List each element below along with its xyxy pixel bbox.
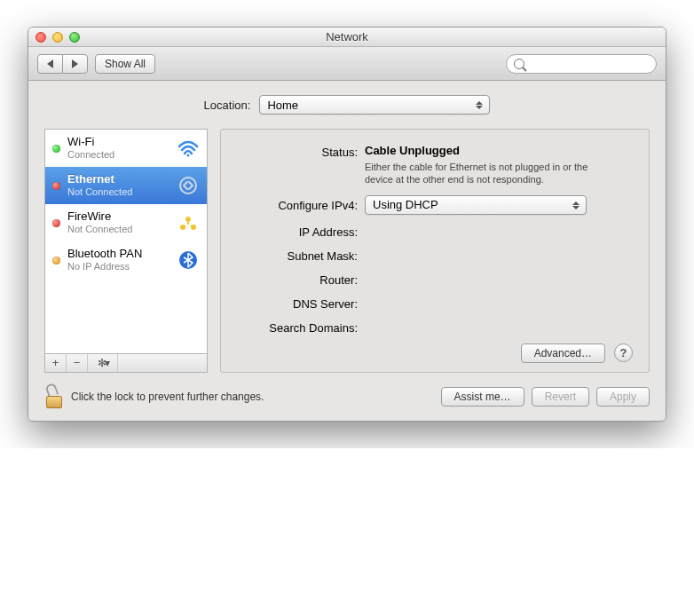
configure-ipv4-value: Using DHCP [373,198,438,211]
subnet-mask-label: Subnet Mask: [232,248,365,263]
sidebar-item-status: Not Connected [67,186,177,198]
location-value: Home [267,99,298,112]
configure-ipv4-label: Configure IPv4: [232,197,365,212]
assist-me-button[interactable]: Assist me… [441,387,524,407]
back-icon [47,59,53,68]
location-popup[interactable]: Home [259,95,490,115]
gear-icon: ✻▾ [98,357,108,369]
router-label: Router: [232,272,365,287]
lock-body-icon [46,396,62,408]
back-button[interactable] [37,54,63,74]
forward-button[interactable] [62,54,88,74]
lock-button[interactable] [44,385,64,408]
status-message: Either the cable for Ethernet is not plu… [365,161,613,186]
sidebar-item-label: Ethernet [67,173,177,186]
status-dot-red-icon [52,182,60,190]
sidebar-item-bluetooth-pan[interactable]: Bluetooth PAN No IP Address [45,241,207,279]
bluetooth-icon [177,249,200,272]
help-button[interactable]: ? [614,344,633,362]
lock-text: Click the lock to prevent further change… [71,391,264,403]
dns-server-label: DNS Server: [232,296,365,311]
search-icon [514,59,524,69]
updown-icon [570,199,582,212]
add-service-button[interactable]: + [45,354,67,372]
ethernet-icon [177,174,200,197]
sidebar-item-status: Not Connected [67,224,177,235]
sidebar-toolbar: + − ✻▾ [44,353,208,373]
status-label: Status: [232,144,365,159]
svg-point-0 [187,154,190,157]
sidebar-item-status: Connected [67,149,177,161]
search-field[interactable] [506,54,657,74]
status-dot-orange-icon [52,257,60,265]
sidebar-item-firewire[interactable]: FireWire Not Connected [45,204,207,241]
sidebar-item-label: Wi-Fi [67,136,177,149]
forward-icon [72,59,78,68]
zoom-window-button[interactable] [69,32,80,43]
sidebar-item-label: FireWire [67,210,177,224]
status-dot-green-icon [52,145,60,153]
apply-button[interactable]: Apply [596,387,650,407]
updown-icon [473,99,485,112]
service-actions-button[interactable]: ✻▾ [88,354,118,372]
show-all-button[interactable]: Show All [95,54,155,74]
ip-address-label: IP Address: [232,224,365,239]
svg-point-2 [185,217,191,222]
svg-point-1 [180,178,196,193]
status-dot-red-icon [52,219,60,227]
minimize-window-button[interactable] [52,32,63,43]
titlebar[interactable]: Network [28,28,666,47]
sidebar-item-ethernet[interactable]: Ethernet Not Connected [45,167,207,204]
services-sidebar: Wi-Fi Connected Ethernet Not Connected [44,129,208,353]
remove-service-button[interactable]: − [67,354,88,372]
sidebar-item-label: Bluetooth PAN [67,248,177,261]
search-domains-label: Search Domains: [232,320,365,335]
location-label: Location: [204,99,251,112]
service-detail-panel: Status: Cable Unplugged Either the cable… [220,129,650,373]
status-value: Cable Unplugged [365,144,633,157]
firewire-icon [177,211,200,234]
configure-ipv4-popup[interactable]: Using DHCP [365,195,587,215]
close-window-button[interactable] [35,32,46,43]
revert-button[interactable]: Revert [532,387,589,407]
window-title: Network [28,30,666,43]
network-preferences-window: Network Show All Location: Home [28,27,666,422]
advanced-button[interactable]: Advanced… [521,344,605,363]
search-input[interactable] [529,57,649,71]
sidebar-item-status: No IP Address [67,261,177,272]
toolbar: Show All [28,47,666,81]
wifi-icon [177,137,200,160]
sidebar-item-wifi[interactable]: Wi-Fi Connected [45,130,207,167]
